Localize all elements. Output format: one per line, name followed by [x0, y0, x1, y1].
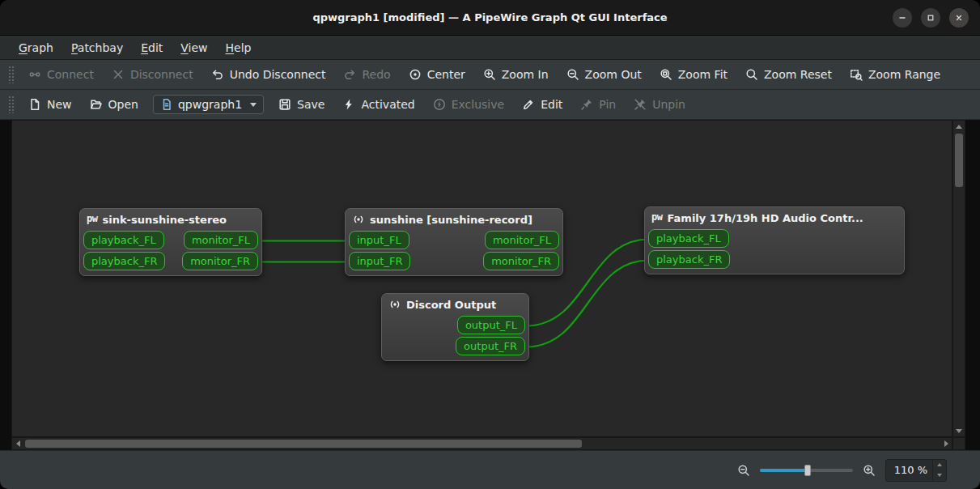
graph-node-sink-sunshine-stereo[interactable]: pwsink-sunshine-stereoplayback_FLmonitor… — [79, 208, 262, 276]
port-input_FL[interactable]: input_FL — [349, 231, 409, 249]
titlebar[interactable]: qpwgraph1 [modified] — A PipeWire Graph … — [0, 0, 980, 36]
node-ports: output_FLoutput_FR — [382, 316, 528, 360]
node-header: pwsink-sunshine-stereo — [80, 209, 261, 231]
zoom-in-icon — [483, 68, 496, 81]
toolbar-zoom-reset-button[interactable]: Zoom Reset — [737, 64, 840, 85]
undo-icon — [211, 68, 224, 81]
pin-icon — [580, 98, 593, 111]
toolbar-new-button[interactable]: New — [20, 94, 80, 115]
disconnect-icon — [112, 68, 125, 81]
toolbar-save-button[interactable]: Save — [270, 94, 333, 115]
toolbar-pin-button[interactable]: Pin — [572, 94, 624, 115]
horizontal-scrollbar-thumb[interactable] — [25, 440, 582, 448]
menu-view[interactable]: View — [172, 36, 216, 59]
graph-node-family-hd-audio[interactable]: pwFamily 17h/19h HD Audio Contr...playba… — [644, 206, 905, 274]
zoom-slider[interactable] — [760, 465, 853, 476]
toolbar-unpin-button[interactable]: Unpin — [626, 94, 694, 115]
scroll-left-button[interactable] — [12, 438, 23, 449]
port-output_FR[interactable]: output_FR — [456, 337, 525, 355]
graph-canvas[interactable]: pwsink-sunshine-stereoplayback_FLmonitor… — [11, 120, 952, 437]
toolbar-zoom-range-button[interactable]: Zoom Range — [842, 64, 948, 85]
toolbar-main: ConnectDisconnectUndo DisconnectRedoCent… — [0, 60, 980, 90]
center-icon — [409, 68, 422, 81]
node-ports: playback_FLmonitor_FLplayback_FRmonitor_… — [80, 231, 261, 275]
toolbar-button-label: Edit — [541, 98, 562, 111]
close-button[interactable] — [949, 8, 969, 28]
port-row: playback_FRmonitor_FR — [83, 252, 258, 270]
node-title: Family 17h/19h HD Audio Contr... — [667, 212, 863, 224]
zoom-spin-down-button[interactable] — [933, 470, 946, 481]
patchbay-combobox[interactable]: qpwgraph1 — [153, 95, 264, 114]
port-row: playback_FR — [648, 250, 901, 269]
menu-help[interactable]: Help — [217, 36, 261, 59]
port-spacer — [741, 250, 901, 269]
zoom-range-icon — [850, 68, 863, 81]
activated-icon — [342, 98, 355, 111]
port-spacer — [385, 337, 444, 355]
new-icon — [28, 98, 41, 111]
zoom-slider-handle[interactable] — [804, 465, 811, 476]
port-row: output_FL — [385, 316, 525, 334]
port-playback_FL[interactable]: playback_FL — [648, 229, 729, 248]
toolbar-edit-button[interactable]: Edit — [514, 94, 571, 115]
audio-icon — [388, 298, 401, 311]
toolbar-activated-button[interactable]: Activated — [334, 94, 422, 115]
toolbar-button-label: Zoom Range — [868, 68, 940, 81]
toolbar-button-label: New — [47, 98, 72, 111]
pipewire-icon: pw — [87, 213, 97, 226]
toolbar-center-button[interactable]: Center — [401, 64, 473, 85]
port-row: playback_FL — [648, 229, 901, 248]
toolbar-button-label: Zoom Reset — [764, 68, 832, 81]
vertical-scrollbar[interactable] — [952, 120, 965, 437]
scroll-down-button[interactable] — [953, 425, 965, 436]
vertical-scrollbar-thumb[interactable] — [955, 134, 963, 187]
window-controls — [893, 0, 969, 35]
toolbar-connect-button[interactable]: Connect — [20, 64, 102, 85]
toolbar-file: NewOpenqpwgraph1SaveActivatedExclusiveEd… — [0, 90, 980, 120]
port-monitor_FR[interactable]: monitor_FR — [483, 252, 559, 270]
port-playback_FR[interactable]: playback_FR — [648, 250, 730, 269]
toolbar-undo-disconnect-button[interactable]: Undo Disconnect — [203, 64, 334, 85]
audio-icon — [352, 213, 365, 226]
toolbar-disconnect-button[interactable]: Disconnect — [104, 64, 202, 85]
port-row: input_FLmonitor_FL — [349, 231, 559, 249]
menu-graph[interactable]: Graph — [10, 36, 62, 59]
toolbar-zoom-fit-button[interactable]: Zoom Fit — [651, 64, 736, 85]
toolbar-button-label: Connect — [47, 68, 94, 81]
toolbar-redo-button[interactable]: Redo — [335, 64, 398, 85]
port-monitor_FL[interactable]: monitor_FL — [485, 231, 559, 249]
menu-patchbay[interactable]: Patchbay — [62, 36, 132, 59]
graph-node-discord-output[interactable]: Discord Outputoutput_FLoutput_FR — [381, 293, 529, 361]
maximize-button[interactable] — [921, 8, 940, 28]
toolbar-button-label: Pin — [599, 98, 616, 111]
port-monitor_FL[interactable]: monitor_FL — [184, 231, 258, 249]
port-playback_FL[interactable]: playback_FL — [83, 231, 164, 249]
toolbar-exclusive-button[interactable]: Exclusive — [425, 94, 512, 115]
graph-node-sunshine[interactable]: sunshine [sunshine-record]input_FLmonito… — [345, 208, 563, 276]
zoom-spinbox[interactable]: 110 % — [885, 459, 947, 482]
toolbar-drag-handle[interactable] — [8, 96, 14, 113]
toolbar-drag-handle[interactable] — [8, 66, 14, 83]
minimize-button[interactable] — [893, 8, 912, 28]
toolbar-zoom-in-button[interactable]: Zoom In — [475, 64, 557, 85]
horizontal-scrollbar[interactable] — [11, 437, 952, 450]
zoom-slider-fill — [760, 469, 808, 472]
menu-edit[interactable]: Edit — [132, 36, 172, 59]
zoom-in-icon[interactable] — [863, 464, 876, 477]
toolbar-button-label: Redo — [362, 68, 390, 81]
menubar: GraphPatchbayEditViewHelp — [0, 36, 980, 60]
zoom-spin-up-button[interactable] — [933, 460, 946, 470]
toolbar-zoom-out-button[interactable]: Zoom Out — [558, 64, 650, 85]
toolbar-open-button[interactable]: Open — [82, 94, 146, 115]
scrollbar-corner — [952, 437, 965, 450]
zoom-out-icon[interactable] — [737, 464, 750, 477]
port-playback_FR[interactable]: playback_FR — [83, 252, 165, 270]
scroll-up-button[interactable] — [953, 121, 965, 132]
scroll-right-button[interactable] — [940, 438, 952, 449]
toolbar-file-items: NewOpenqpwgraph1SaveActivatedExclusiveEd… — [20, 94, 694, 115]
qpwgraph-window: qpwgraph1 [modified] — A PipeWire Graph … — [0, 0, 980, 489]
port-output_FL[interactable]: output_FL — [457, 316, 525, 334]
window-title: qpwgraph1 [modified] — A PipeWire Graph … — [312, 11, 667, 23]
port-monitor_FR[interactable]: monitor_FR — [182, 252, 258, 270]
port-input_FR[interactable]: input_FR — [349, 252, 410, 270]
